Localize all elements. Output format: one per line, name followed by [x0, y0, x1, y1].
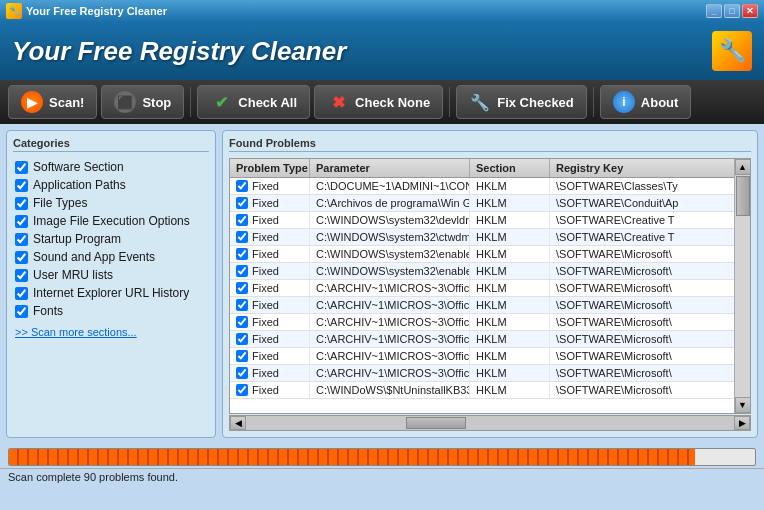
col-header-parameter: Parameter — [310, 159, 470, 177]
row-checkbox-0[interactable] — [236, 180, 248, 192]
scan-icon: ▶ — [21, 91, 43, 113]
cell-parameter-7: C:\ARCHIV~1\MICROS~3\Office1... — [310, 297, 470, 313]
category-checkbox-6[interactable] — [15, 269, 28, 282]
cell-parameter-2: C:\WINDOWS\system32\devldr16... — [310, 212, 470, 228]
category-checkbox-0[interactable] — [15, 161, 28, 174]
cell-type-5: Fixed — [230, 263, 310, 279]
checkall-button[interactable]: ✔ Check All — [197, 85, 310, 119]
category-item-4[interactable]: Startup Program — [13, 230, 209, 248]
row-checkbox-11[interactable] — [236, 367, 248, 379]
row-checkbox-2[interactable] — [236, 214, 248, 226]
category-item-8[interactable]: Fonts — [13, 302, 209, 320]
row-checkbox-3[interactable] — [236, 231, 248, 243]
cell-section-6: HKLM — [470, 280, 550, 296]
row-checkbox-8[interactable] — [236, 316, 248, 328]
cell-type-text-11: Fixed — [252, 367, 279, 379]
close-button[interactable]: ✕ — [742, 4, 758, 18]
horizontal-scrollbar[interactable]: ◀ ▶ — [229, 415, 751, 431]
cell-section-11: HKLM — [470, 365, 550, 381]
cell-section-12: HKLM — [470, 382, 550, 398]
category-item-2[interactable]: File Types — [13, 194, 209, 212]
cell-type-11: Fixed — [230, 365, 310, 381]
cell-section-7: HKLM — [470, 297, 550, 313]
category-checkbox-8[interactable] — [15, 305, 28, 318]
title-bar-text: Your Free Registry Cleaner — [26, 5, 167, 17]
cell-type-text-2: Fixed — [252, 214, 279, 226]
hscroll-right-arrow[interactable]: ▶ — [734, 416, 750, 430]
checknone-icon: ✖ — [327, 91, 349, 113]
table-row: FixedC:\DOCUME~1\ADMINI~1\CONFI...HKLM\S… — [230, 178, 750, 195]
toolbar-separator-2 — [449, 87, 450, 117]
stop-icon: ⬛ — [114, 91, 136, 113]
category-item-1[interactable]: Application Paths — [13, 176, 209, 194]
cell-type-text-8: Fixed — [252, 316, 279, 328]
scroll-track — [735, 175, 750, 397]
problems-title: Found Problems — [229, 137, 751, 152]
row-checkbox-5[interactable] — [236, 265, 248, 277]
row-checkbox-7[interactable] — [236, 299, 248, 311]
table-header: Problem Type Parameter Section Registry … — [230, 159, 750, 178]
cell-section-5: HKLM — [470, 263, 550, 279]
scan-more-link[interactable]: >> Scan more sections... — [13, 324, 209, 340]
scan-button[interactable]: ▶ Scan! — [8, 85, 97, 119]
category-item-3[interactable]: Image File Execution Options — [13, 212, 209, 230]
cell-key-9: \SOFTWARE\Microsoft\ — [550, 331, 750, 347]
hscroll-thumb[interactable] — [406, 417, 466, 429]
header-icon: 🔧 — [712, 31, 752, 71]
scroll-down-arrow[interactable]: ▼ — [735, 397, 751, 413]
cell-parameter-0: C:\DOCUME~1\ADMINI~1\CONFI... — [310, 178, 470, 194]
categories-title: Categories — [13, 137, 209, 152]
cell-section-8: HKLM — [470, 314, 550, 330]
cell-type-7: Fixed — [230, 297, 310, 313]
category-checkbox-5[interactable] — [15, 251, 28, 264]
category-checkbox-7[interactable] — [15, 287, 28, 300]
main-content: Categories Software SectionApplication P… — [0, 124, 764, 444]
cell-parameter-11: C:\ARCHIV~1\MICROS~3\Office1... — [310, 365, 470, 381]
cell-section-2: HKLM — [470, 212, 550, 228]
category-checkbox-1[interactable] — [15, 179, 28, 192]
scroll-up-arrow[interactable]: ▲ — [735, 159, 751, 175]
app-title: Your Free Registry Cleaner — [12, 36, 346, 67]
table-row: FixedC:\ARCHIV~1\MICROS~3\Office1...HKLM… — [230, 280, 750, 297]
row-checkbox-4[interactable] — [236, 248, 248, 260]
cell-type-text-12: Fixed — [252, 384, 279, 396]
cell-type-10: Fixed — [230, 348, 310, 364]
table-row: FixedC:\WINDoWS\$NtUninstallKB337...HKLM… — [230, 382, 750, 399]
hscroll-track — [246, 416, 734, 430]
category-label-7: Internet Explorer URL History — [33, 286, 189, 300]
problems-panel: Found Problems Problem Type Parameter Se… — [222, 130, 758, 438]
maximize-button[interactable]: □ — [724, 4, 740, 18]
cell-section-3: HKLM — [470, 229, 550, 245]
hscroll-left-arrow[interactable]: ◀ — [230, 416, 246, 430]
row-checkbox-1[interactable] — [236, 197, 248, 209]
category-item-0[interactable]: Software Section — [13, 158, 209, 176]
category-item-6[interactable]: User MRU lists — [13, 266, 209, 284]
category-checkbox-4[interactable] — [15, 233, 28, 246]
vertical-scrollbar[interactable]: ▲ ▼ — [734, 159, 750, 413]
cell-parameter-8: C:\ARCHIV~1\MICROS~3\Office1... — [310, 314, 470, 330]
minimize-button[interactable]: _ — [706, 4, 722, 18]
row-checkbox-9[interactable] — [236, 333, 248, 345]
table-row: FixedC:\WINDOWS\system32\devldr16...HKLM… — [230, 212, 750, 229]
cell-key-5: \SOFTWARE\Microsoft\ — [550, 263, 750, 279]
fix-button[interactable]: 🔧 Fix Checked — [456, 85, 587, 119]
category-checkbox-2[interactable] — [15, 197, 28, 210]
table-row: FixedC:\WINDOWS\system32\enable.dvdHKLM\… — [230, 246, 750, 263]
row-checkbox-10[interactable] — [236, 350, 248, 362]
scroll-thumb[interactable] — [736, 176, 750, 216]
checknone-button[interactable]: ✖ Check None — [314, 85, 443, 119]
category-item-7[interactable]: Internet Explorer URL History — [13, 284, 209, 302]
cell-section-1: HKLM — [470, 195, 550, 211]
row-checkbox-6[interactable] — [236, 282, 248, 294]
category-item-5[interactable]: Sound and App Events — [13, 248, 209, 266]
category-label-6: User MRU lists — [33, 268, 113, 282]
stop-button[interactable]: ⬛ Stop — [101, 85, 184, 119]
table-row: FixedC:\WINDOWS\system32\ctwdm16...HKLM\… — [230, 229, 750, 246]
cell-section-10: HKLM — [470, 348, 550, 364]
cell-key-7: \SOFTWARE\Microsoft\ — [550, 297, 750, 313]
row-checkbox-12[interactable] — [236, 384, 248, 396]
cell-type-text-3: Fixed — [252, 231, 279, 243]
category-checkbox-3[interactable] — [15, 215, 28, 228]
about-icon: i — [613, 91, 635, 113]
about-button[interactable]: i About — [600, 85, 692, 119]
